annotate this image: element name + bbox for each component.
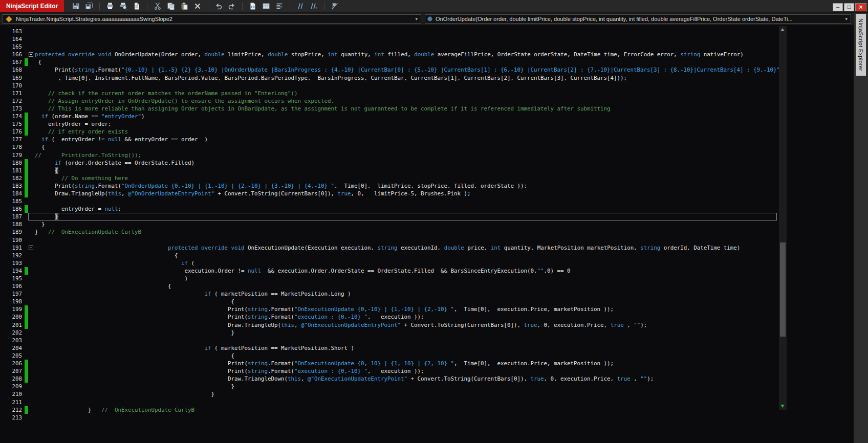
close-button[interactable]: ×: [855, 3, 866, 11]
code-text: Print(string.Format("OnExecutionUpdate {…: [35, 305, 788, 313]
code-line[interactable]: 179// Print(order.ToString());: [0, 151, 788, 159]
code-line[interactable]: 213: [0, 414, 788, 422]
code-line[interactable]: 163: [0, 28, 788, 35]
code-line[interactable]: 184Draw.TriangleUp(this, @"OnOrderUpdate…: [0, 190, 788, 197]
uncomment-selection-icon[interactable]: [309, 2, 318, 11]
compile-icon[interactable]: [248, 2, 257, 11]
code-line[interactable]: 199Print(string.Format("OnExecutionUpdat…: [0, 305, 788, 313]
window-titlebar[interactable]: NinjaScript Editor – □ ×: [0, 0, 868, 13]
code-line[interactable]: 187}: [0, 213, 788, 220]
code-line[interactable]: 211: [0, 398, 788, 406]
ninjascript-explorer-tab[interactable]: NinjaScript Explorer: [856, 14, 866, 76]
change-marker: [25, 167, 28, 174]
format-document-icon[interactable]: [275, 2, 284, 11]
fold-margin: [28, 90, 35, 97]
code-line[interactable]: 205{: [0, 352, 788, 360]
code-line[interactable]: 173// This is more reliable than assigni…: [0, 105, 788, 113]
type-selector-dropdown[interactable]: NinjaTrader.NinjaScript.Strategies.aaaaa…: [3, 14, 421, 24]
line-number: 187: [0, 213, 25, 220]
code-editor[interactable]: 163164165166protected override void OnOr…: [0, 25, 788, 443]
code-line[interactable]: 195): [0, 275, 788, 282]
fold-margin: [28, 120, 35, 128]
code-line[interactable]: 201Draw.TriangleUp(this, @"OnExecutionUp…: [0, 321, 788, 329]
code-line[interactable]: 193if (: [0, 259, 788, 267]
code-line[interactable]: 167{: [0, 58, 788, 66]
code-area[interactable]: 163164165166protected override void OnOr…: [0, 25, 788, 422]
code-line[interactable]: 197if ( marketPosition == MarketPosition…: [0, 290, 788, 298]
code-line[interactable]: 189} // OnExecutionUpdate CurlyB: [0, 228, 788, 236]
code-line[interactable]: 207Print(string.Format("execution : {0,-…: [0, 367, 788, 375]
code-line[interactable]: 208Draw.TriangleDown(this, @"OnExecution…: [0, 375, 788, 383]
page-setup-icon[interactable]: [132, 2, 141, 11]
collapse-box-icon[interactable]: [29, 246, 33, 250]
code-line[interactable]: 206Print(string.Format("OnExecutionUpdat…: [0, 360, 788, 367]
code-line[interactable]: 210}: [0, 390, 788, 398]
change-marker: [25, 375, 28, 383]
code-line[interactable]: 191protected override void OnExecutionUp…: [0, 244, 788, 252]
code-line[interactable]: 165: [0, 43, 788, 51]
code-line[interactable]: 174if (order.Name == "entryOrder"): [0, 113, 788, 120]
code-line[interactable]: 192{: [0, 252, 788, 259]
vertical-scrollbar[interactable]: [779, 26, 787, 410]
line-number: 168: [0, 66, 25, 74]
code-line[interactable]: 180if (order.OrderState == OrderState.Fi…: [0, 159, 788, 167]
code-line[interactable]: 178{: [0, 143, 788, 151]
code-line[interactable]: 166protected override void OnOrderUpdate…: [0, 51, 788, 58]
code-line[interactable]: 204if ( marketPosition == MarketPosition…: [0, 344, 788, 352]
code-line[interactable]: 200Print(string.Format("execution : {0,-…: [0, 313, 788, 321]
code-line[interactable]: 183Print(string.Format("OnOrderUpdate {0…: [0, 182, 788, 190]
code-line[interactable]: 202}: [0, 329, 788, 337]
scroll-down-arrow-icon[interactable]: [780, 405, 785, 408]
scroll-up-arrow-icon[interactable]: [780, 28, 785, 31]
code-line[interactable]: 194execution.Order != null && execution.…: [0, 267, 788, 275]
fold-margin: [28, 236, 35, 244]
code-line[interactable]: 182// Do something here: [0, 174, 788, 182]
code-line[interactable]: 170: [0, 82, 788, 90]
code-line[interactable]: 188}: [0, 220, 788, 228]
line-number: 195: [0, 275, 25, 282]
fold-margin: [28, 282, 35, 290]
code-line[interactable]: 169, Time[0], Instrument.FullName, BarsP…: [0, 74, 788, 82]
code-text: [35, 28, 788, 35]
code-line[interactable]: 172// Assign entryOrder in OnOrderUpdate…: [0, 97, 788, 105]
code-line[interactable]: 168Print(string.Format("{0,-10} | {1,-5}…: [0, 66, 788, 74]
code-line[interactable]: 177if ( entryOrder != null && entryOrder…: [0, 136, 788, 143]
save-all-icon[interactable]: [84, 2, 94, 11]
code-line[interactable]: 185: [0, 197, 788, 205]
print-preview-icon[interactable]: [119, 2, 128, 11]
code-line[interactable]: 171// check if the current order matches…: [0, 90, 788, 97]
line-number: 186: [0, 205, 25, 213]
code-text: [35, 414, 788, 422]
code-text: if (order.OrderState == OrderState.Fille…: [35, 159, 788, 167]
code-line[interactable]: 209}: [0, 383, 788, 390]
save-icon[interactable]: [71, 2, 80, 11]
comment-selection-icon[interactable]: [296, 2, 305, 11]
change-marker: [25, 352, 28, 360]
code-line[interactable]: 190: [0, 236, 788, 244]
code-line[interactable]: 181{: [0, 167, 788, 174]
copy-icon[interactable]: [166, 2, 176, 11]
maximize-button[interactable]: □: [844, 3, 854, 11]
cut-icon[interactable]: [153, 2, 162, 11]
code-line[interactable]: 203: [0, 337, 788, 344]
code-line[interactable]: 164: [0, 35, 788, 43]
redo-icon[interactable]: [227, 2, 236, 11]
collapse-box-icon[interactable]: [29, 52, 33, 57]
line-number: 193: [0, 259, 25, 267]
line-number: 189: [0, 228, 25, 236]
minimize-button[interactable]: –: [833, 3, 843, 11]
member-selector-dropdown[interactable]: OnOrderUpdate(Order order, double limitP…: [425, 14, 851, 24]
paste-icon[interactable]: [180, 2, 189, 11]
suppress-icon[interactable]: [330, 2, 339, 11]
code-line[interactable]: 176// if entry order exists: [0, 128, 788, 136]
code-line[interactable]: 198{: [0, 298, 788, 305]
code-line[interactable]: 175entryOrder = order;: [0, 120, 788, 128]
undo-icon[interactable]: [214, 2, 223, 11]
scrollbar-thumb[interactable]: [780, 242, 786, 337]
code-line[interactable]: 186entryOrder = null;: [0, 205, 788, 213]
insert-grid-icon[interactable]: [262, 2, 271, 11]
code-line[interactable]: 212} // OnExecutionUpdate CurlyB: [0, 406, 788, 414]
delete-icon[interactable]: [193, 2, 202, 11]
code-line[interactable]: 196{: [0, 282, 788, 290]
print-icon[interactable]: [105, 2, 115, 11]
